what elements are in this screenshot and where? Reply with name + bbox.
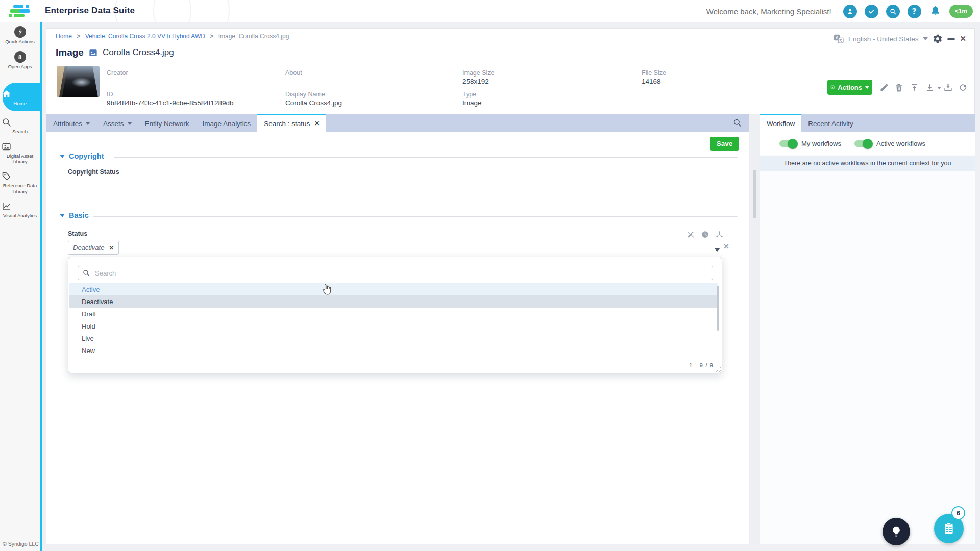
tab-attributes[interactable]: Attributes: [46, 114, 96, 132]
workflow-tab-bar: Workflow Recent Activity: [760, 114, 975, 132]
profile-icon[interactable]: [843, 5, 857, 18]
tab-search-icon[interactable]: [732, 118, 742, 128]
dropdown-search[interactable]: [78, 266, 713, 280]
sidebar-item-home[interactable]: Home: [0, 83, 40, 111]
download-icon[interactable]: [925, 83, 935, 93]
search-icon: [1, 117, 39, 128]
settings-gear-icon[interactable]: [933, 34, 943, 44]
refresh-icon[interactable]: [958, 83, 968, 93]
field-clear-icon[interactable]: ✕: [723, 242, 729, 251]
section-rule: [114, 157, 738, 158]
dropdown-option-hold[interactable]: Hold: [69, 320, 718, 332]
download-options-caret-icon[interactable]: [937, 87, 941, 89]
save-button[interactable]: Save: [710, 137, 739, 151]
dropdown-resize-handle[interactable]: [716, 367, 721, 372]
translate-icon: A: [834, 34, 844, 43]
content-scrollbar-thumb[interactable]: [753, 170, 756, 218]
history-clock-icon[interactable]: [701, 230, 709, 239]
workflow-panel: My workflows Active workflows There are …: [760, 132, 975, 544]
global-search-icon[interactable]: [886, 5, 900, 18]
section-rule: [93, 216, 738, 217]
welcome-text: Welcome back, Marketing Specialist!: [706, 7, 831, 16]
about-label: About: [285, 69, 302, 77]
my-workflows-toggle[interactable]: [779, 140, 796, 147]
breadcrumb: Home > Vehicle: Corolla Cross 2.0 VVTi H…: [56, 33, 289, 40]
section-header-basic[interactable]: Basic: [60, 211, 89, 219]
entity-title: Corolla Cross4.jpg: [103, 47, 174, 58]
quick-actions-button[interactable]: Quick Actions: [0, 22, 40, 47]
entity-tab-bar: Attributes Assets Entity Network Image A…: [46, 114, 749, 132]
image-type-icon: [88, 48, 98, 58]
dropdown-option-draft[interactable]: Draft: [69, 308, 718, 320]
dropdown-option-active[interactable]: Active: [69, 283, 718, 295]
type-value: Image: [462, 99, 482, 107]
tab-search-status[interactable]: Search : status✕: [257, 114, 326, 132]
tag-icon: [1, 171, 39, 182]
minimize-icon[interactable]: [947, 38, 955, 40]
tab-close-icon[interactable]: ✕: [314, 120, 320, 127]
variants-graph-icon[interactable]: [715, 230, 724, 239]
app-title: Enterprise Data Suite: [45, 6, 135, 16]
my-workflows-label: My workflows: [801, 140, 841, 147]
sidebar-item-search[interactable]: Search: [0, 113, 40, 137]
close-icon[interactable]: ✕: [960, 34, 966, 43]
collapse-caret-icon: [60, 155, 65, 158]
tab-assets[interactable]: Assets: [96, 114, 138, 132]
open-apps-button[interactable]: 8 Open Apps: [0, 47, 40, 72]
sidebar-item-digital-asset-library[interactable]: Digital Asset Library: [0, 138, 40, 168]
dropdown-scrollbar-thumb[interactable]: [717, 286, 719, 331]
chip-remove-icon[interactable]: ✕: [109, 244, 114, 252]
field-action-icons: [687, 230, 724, 239]
breadcrumb-home[interactable]: Home: [56, 33, 72, 40]
tab-workflow[interactable]: Workflow: [760, 114, 801, 132]
section-header-copyright[interactable]: Copyright: [60, 152, 104, 160]
no-edit-pencil-slash-icon[interactable]: [687, 230, 695, 239]
notifications-bell-icon[interactable]: [929, 5, 942, 18]
image-thumbnail[interactable]: [57, 66, 100, 97]
home-icon: [1, 88, 39, 99]
tab-entity-network[interactable]: Entity Network: [138, 114, 196, 132]
dropdown-option-new[interactable]: New: [69, 344, 718, 357]
help-icon[interactable]: ?: [908, 5, 921, 18]
breadcrumb-vehicle[interactable]: Vehicle: Corolla Cross 2.0 VVTi Hybrid A…: [85, 33, 205, 40]
dropdown-search-input[interactable]: [94, 269, 708, 278]
edit-pencil-icon[interactable]: [879, 83, 890, 93]
sidebar-item-visual-analytics[interactable]: Visual Analytics: [0, 197, 40, 221]
id-label: ID: [107, 91, 113, 98]
syndigo-logo-icon[interactable]: [7, 2, 33, 20]
attributes-editor: Save Copyright Copyright Status Basic St…: [46, 132, 749, 544]
actions-button[interactable]: Actions: [827, 80, 872, 95]
active-workflows-toggle[interactable]: [854, 140, 871, 147]
chevron-down-icon: [86, 122, 90, 125]
sidebar-divider: [5, 78, 35, 78]
entity-type-label: Image: [56, 47, 84, 58]
tasks-check-icon[interactable]: [865, 5, 878, 18]
decorative-arc: [153, 0, 230, 22]
help-lightbulb-button[interactable]: [883, 518, 910, 545]
content-scrollbar-track: [749, 114, 760, 544]
display-name-label: Display Name: [285, 91, 325, 98]
sidebar-item-reference-data-library[interactable]: Reference Data Library: [0, 167, 40, 197]
entity-detail-card: Home > Vehicle: Corolla Cross 2.0 VVTi H…: [46, 28, 975, 544]
dropdown-option-deactivate[interactable]: Deactivate: [69, 295, 718, 308]
delete-trash-icon[interactable]: [894, 83, 904, 93]
search-icon: [82, 269, 90, 277]
tasks-count-badge: 6: [951, 506, 965, 520]
dropdown-option-live[interactable]: Live: [69, 332, 718, 344]
locale-switcher[interactable]: A English - United States ✕: [834, 34, 966, 44]
dropdown-caret-icon[interactable]: [714, 248, 720, 252]
image-size-label: Image Size: [462, 69, 495, 77]
analytics-chart-icon: [1, 201, 39, 212]
status-value-chip[interactable]: Deactivate ✕: [68, 241, 119, 255]
import-icon[interactable]: [943, 83, 953, 93]
session-timer-badge[interactable]: <1m: [949, 5, 973, 18]
file-size-label: File Size: [642, 69, 666, 77]
upload-icon[interactable]: [910, 83, 920, 93]
id-value: 9b8484fb-743c-41c1-9cbe-85584f1289db: [107, 99, 233, 107]
chevron-down-icon: [923, 37, 928, 40]
display-name-value: Corolla Cross4.jpg: [285, 99, 342, 107]
copyright-status-label: Copyright Status: [68, 168, 119, 176]
lightning-icon: [14, 26, 26, 38]
tab-image-analytics[interactable]: Image Analytics: [196, 114, 258, 132]
tab-recent-activity[interactable]: Recent Activity: [801, 114, 860, 132]
